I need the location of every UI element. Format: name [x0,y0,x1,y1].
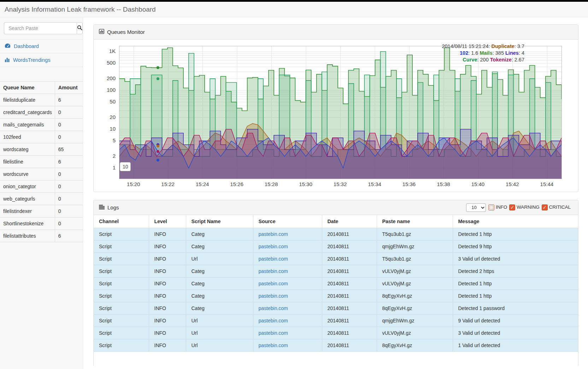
queue-row: filelistindexer0 [0,205,83,218]
log-cell: 1 Valid url detected [453,339,578,351]
navbar: Analysis Information Leak framework -- D… [0,2,588,17]
log-cell: vULV0yjM.gz [377,265,453,277]
log-cell: T5qu3ub1.gz [377,228,453,240]
source-link[interactable]: pastebin.com [259,256,288,262]
queue-table-header-name: Queue Name [0,82,55,94]
logs-controls: 10 INFO✓ WARNING✓ CRITICAL [466,203,573,212]
log-cell: pastebin.com [253,290,322,302]
queue-cell: 0 [55,168,83,180]
log-cell: Script [94,277,149,290]
log-row: ScriptINFOUrlpastebin.com201408118qEgyXv… [94,339,578,351]
source-link[interactable]: pastebin.com [259,318,288,323]
filter-checkbox-warning[interactable]: ✓ [509,204,515,210]
x-tick-label: 15:26 [226,181,247,187]
log-cell: INFO [149,265,186,277]
log-cell: pastebin.com [253,228,322,240]
queue-table-header-amount: Amount [55,82,83,94]
legend-series-value: : 1.6 [468,50,480,56]
legend-series-value: : 3.7 [514,43,524,49]
y-tick-label: 500 [95,60,116,66]
queues-monitor-title: Queues Monitor [107,29,145,35]
queue-cell: 102feed [0,131,55,143]
log-cell: 20140811 [322,277,377,290]
queue-cell: wordscateg [0,143,55,156]
x-tick-label: 15:24 [192,181,213,187]
x-tick-label: 15:22 [157,181,178,187]
y-tick-label: 100 [95,87,116,93]
log-cell: Categ [186,277,253,290]
queue-row: web_categurls0 [0,193,83,205]
x-tick-label: 15:30 [295,181,316,187]
filter-checkbox-critical[interactable]: ✓ [542,204,548,210]
log-cell: Categ [186,290,253,302]
source-link[interactable]: pastebin.com [259,293,288,299]
log-cell: Categ [186,265,253,277]
log-cell: Script [94,302,149,314]
logs-table-header-row: ChannelLevelScript NameSourceDatePaste n… [94,215,578,228]
queue-row: 102feed0 [0,131,83,143]
log-cell: 8qEgyXvH.gz [377,302,453,314]
source-link[interactable]: pastebin.com [259,305,288,311]
source-link[interactable]: pastebin.com [259,268,288,274]
search-input[interactable] [4,22,77,34]
log-row: ScriptINFOUrlpastebin.com20140811vULV0yj… [94,327,578,339]
sidebar-item-dashboard[interactable]: Dashboard [0,40,83,53]
queue-cell: mails_categemails [0,119,55,131]
source-link[interactable]: pastebin.com [259,231,288,237]
log-cell: Script [94,265,149,277]
legend-line: 102: 1.6 Mails: 385 Lines: 4 [442,50,524,56]
log-row: ScriptINFOCategpastebin.com20140811T5qu3… [94,228,578,240]
sidebar: Dashboard WordsTrendings Queue Name Amou… [0,17,83,369]
log-cell: 20140811 [322,339,377,351]
search-button[interactable] [77,22,83,34]
sidebar-item-wordstrendings[interactable]: WordsTrendings [0,53,83,67]
log-row: ScriptINFOCategpastebin.com20140811vULV0… [94,265,578,277]
queue-row: filelistline6 [0,156,83,168]
log-cell: qmjgEhWm.gz [377,240,453,252]
queues-chart-svg [119,46,561,179]
queue-table: Queue Name Amount filelistduplicate6cred… [0,81,83,242]
y-tick-label: 200 [95,75,116,81]
log-cell: Url [186,314,253,327]
legend-line: 2014/08/11 15:21:24: Duplicate: 3.7 [442,43,524,50]
filter-checkbox-info[interactable] [488,204,494,210]
log-cell: 20140811 [322,265,377,277]
logs-header-paste-name: Paste name [377,215,453,228]
queue-cell: Shortlinestokenize [0,218,55,230]
log-cell: Detected 2 https [453,265,578,277]
queue-row: Shortlinestokenize0 [0,218,83,230]
queue-cell: 0 [55,193,83,205]
queue-cell: creditcard_categcards [0,106,55,119]
logs-page-size-select[interactable]: 10 [466,203,486,212]
log-cell: Script [94,290,149,302]
x-tick-label: 15:34 [364,181,385,187]
dashboard-icon [5,43,11,49]
legend-series-value: : 2.67 [512,57,524,63]
logs-panel: Logs 10 INFO✓ WARNING✓ CRITICAL ChannelL… [93,200,578,366]
source-link[interactable]: pastebin.com [259,343,288,348]
legend-series-value: : 385 [493,50,505,56]
log-cell: pastebin.com [253,302,322,314]
search-icon [77,25,82,31]
queue-cell: 6 [55,156,83,168]
y-tick-label: 1K [95,48,116,54]
queue-cell: wordscurve [0,168,55,180]
source-link[interactable]: pastebin.com [259,244,288,249]
log-row: ScriptINFOUrlpastebin.com20140811qmjgEhW… [94,314,578,327]
queue-row: wordscateg65 [0,143,83,156]
queues-chart-plot[interactable]: 2014/08/11 15:21:24: Duplicate: 3.7102: … [119,46,562,179]
source-link[interactable]: pastebin.com [259,281,288,286]
log-cell: Script [94,339,149,351]
filter-label-warning: WARNING [515,204,540,210]
legend-series-name: Curve [463,57,477,63]
log-cell: 9 Valid url detected [453,314,578,327]
legend-series-name: Tokenize [490,57,512,63]
log-cell: vULV0yjM.gz [377,277,453,290]
bar-chart-icon [5,57,10,63]
y-tick-label: 5 [95,137,116,143]
x-tick-label: 15:42 [502,181,523,187]
source-link[interactable]: pastebin.com [259,330,288,336]
queue-row: onion_categtor0 [0,180,83,193]
log-cell: 20140811 [322,327,377,339]
logs-header: Logs 10 INFO✓ WARNING✓ CRITICAL [94,200,578,215]
